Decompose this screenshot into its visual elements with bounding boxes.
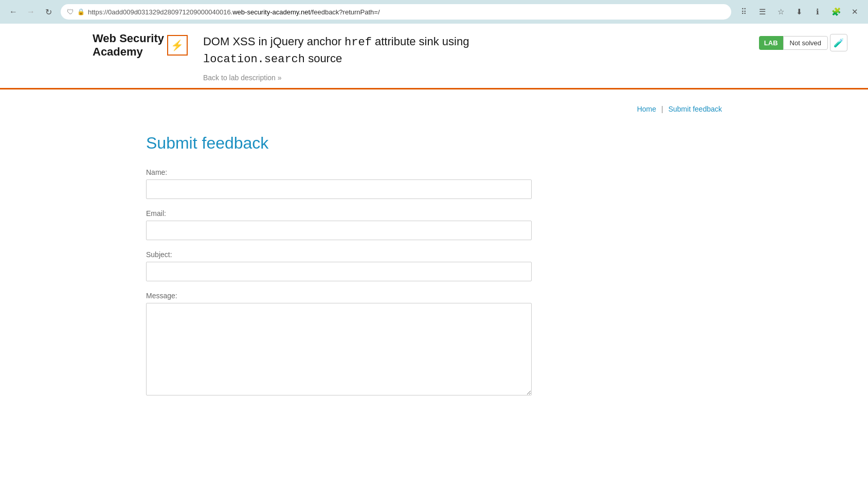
browser-actions: ⠿ ☰ ☆ ⬇ ℹ 🧩 ✕ <box>736 5 862 19</box>
logo-text: Web Security Academy <box>93 32 164 59</box>
name-label: Name: <box>146 168 722 176</box>
message-textarea[interactable] <box>146 303 532 395</box>
reload-button[interactable]: ↻ <box>41 5 56 19</box>
back-to-description-link[interactable]: Back to lab description » <box>203 74 282 82</box>
reader-button[interactable]: ☰ <box>755 5 769 19</box>
browser-chrome: ← → ↻ 🛡 🔒 https://0add009d031329d2809712… <box>0 0 868 24</box>
lock-icon: 🔒 <box>77 8 85 15</box>
site-header: Web Security Academy ⚡ DOM XSS in jQuery… <box>0 24 868 89</box>
nav-buttons: ← → ↻ <box>6 5 56 19</box>
menu-button[interactable]: ✕ <box>847 5 862 19</box>
lab-badge: LAB <box>759 36 783 50</box>
subject-input[interactable] <box>146 262 532 281</box>
address-url: https://0add009d031329d28097120900004001… <box>88 8 380 16</box>
message-form-group: Message: <box>146 292 722 398</box>
email-label: Email: <box>146 209 722 218</box>
main-content: Home | Submit feedback Submit feedback N… <box>125 89 743 428</box>
info-button[interactable]: ℹ <box>810 5 825 19</box>
email-form-group: Email: <box>146 209 722 240</box>
address-bar[interactable]: 🛡 🔒 https://0add009d031329d2809712090000… <box>61 4 731 20</box>
qr-button[interactable]: ⠿ <box>736 5 751 19</box>
lab-status-text: Not solved <box>783 36 828 50</box>
nav-separator: | <box>661 105 663 113</box>
lab-status: LAB Not solved 🧪 <box>759 34 847 51</box>
home-link[interactable]: Home <box>637 105 656 113</box>
shield-icon: 🛡 <box>67 8 74 16</box>
submit-feedback-nav-link[interactable]: Submit feedback <box>668 105 722 113</box>
back-button[interactable]: ← <box>6 5 21 19</box>
form-container: Submit feedback Name: Email: Subject: Me… <box>146 123 722 418</box>
page-nav: Home | Submit feedback <box>146 100 722 123</box>
name-form-group: Name: <box>146 168 722 199</box>
lab-title: DOM XSS in jQuery anchor href attribute … <box>203 34 847 68</box>
logo-badge: ⚡ <box>167 35 188 56</box>
forward-button[interactable]: → <box>24 5 38 19</box>
message-label: Message: <box>146 292 722 300</box>
lab-info: DOM XSS in jQuery anchor href attribute … <box>203 32 847 88</box>
bookmark-button[interactable]: ☆ <box>773 5 788 19</box>
download-button[interactable]: ⬇ <box>792 5 806 19</box>
extensions-button[interactable]: 🧩 <box>829 5 843 19</box>
name-input[interactable] <box>146 179 532 199</box>
email-input[interactable] <box>146 221 532 240</box>
subject-form-group: Subject: <box>146 250 722 281</box>
form-title: Submit feedback <box>146 134 722 153</box>
subject-label: Subject: <box>146 250 722 259</box>
lab-flask-button[interactable]: 🧪 <box>830 34 847 51</box>
logo-area: Web Security Academy ⚡ <box>93 32 188 65</box>
